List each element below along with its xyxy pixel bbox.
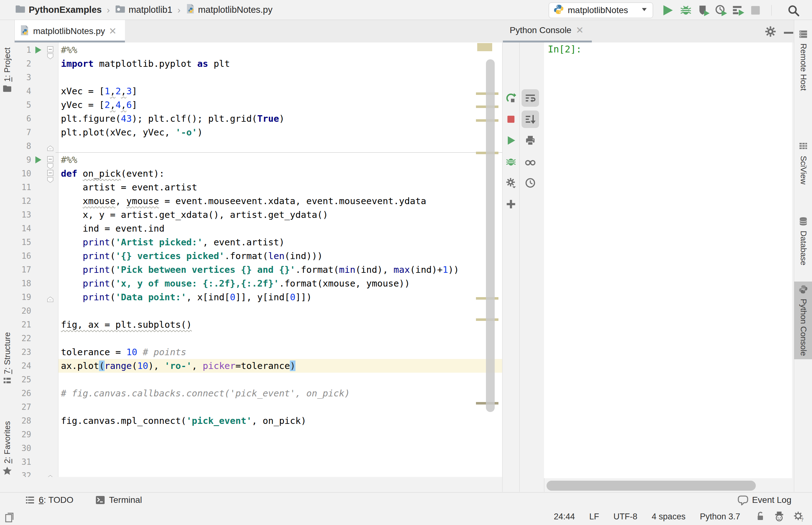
status-item[interactable]: Python 3.7 xyxy=(700,512,740,522)
code-line-10[interactable]: 10def on_pick(event): xyxy=(14,167,502,180)
show-variables-button[interactable] xyxy=(521,153,539,170)
soft-wrap-toggle[interactable] xyxy=(521,89,539,107)
status-item[interactable]: UTF-8 xyxy=(614,512,637,522)
stripe-label: SciView xyxy=(799,156,808,184)
code-line-20[interactable]: 20 xyxy=(14,304,502,318)
inspection-profile-icon[interactable] xyxy=(774,511,784,523)
code-line-19[interactable]: 19 print('Data point:', x[ind[0]], y[ind… xyxy=(14,290,502,304)
toolwindow-toggle-icon[interactable] xyxy=(4,512,15,524)
editor-tab-label: matplotlibNotes.py xyxy=(33,26,105,36)
gear-question-icon[interactable]: ? xyxy=(793,511,804,523)
event-log-button[interactable]: Event Log xyxy=(738,492,792,508)
console-settings-gear-icon[interactable] xyxy=(765,26,777,39)
toolwindow-button-sciview[interactable]: SciView xyxy=(794,139,812,188)
code-line-9[interactable]: 9#%% xyxy=(14,153,502,167)
toolwindow-button-database[interactable]: Database xyxy=(794,213,812,268)
code-line-32[interactable]: 32 xyxy=(14,469,502,477)
code-line-13[interactable]: 13 x, y = artist.get_xdata(), artist.get… xyxy=(14,208,502,222)
console-horizontal-scrollbar[interactable] xyxy=(547,481,756,491)
execute-button[interactable] xyxy=(502,132,520,149)
toolwindow-button-project[interactable]: 1: Project xyxy=(0,44,14,98)
code-line-17[interactable]: 17 print('Pick between vertices {} and {… xyxy=(14,263,502,276)
code-line-2[interactable]: 2import matplotlib.pyplot as plt xyxy=(14,57,502,71)
code-line-14[interactable]: 14 ind = event.ind xyxy=(14,222,502,235)
code-line-26[interactable]: 26# fig.canvas.callbacks.connect('pick_e… xyxy=(14,386,502,400)
code-line-8[interactable]: 8 xyxy=(14,139,502,153)
code-line-28[interactable]: 28fig.canvas.mpl_connect('pick_event', o… xyxy=(14,414,502,427)
breadcrumb-item[interactable]: matplotlib1 xyxy=(115,4,173,16)
event-log-label: Event Log xyxy=(752,495,792,505)
code-line-29[interactable]: 29 xyxy=(14,427,502,441)
code-line-18[interactable]: 18 print('x, y of mouse: {:.2f},{:.2f}'.… xyxy=(14,276,502,290)
code-line-16[interactable]: 16 print('{} vertices picked'.format(len… xyxy=(14,249,502,263)
console-tab-close-icon[interactable]: ✕ xyxy=(576,26,584,35)
code-line-23[interactable]: 23tolerance = 10 # points xyxy=(14,345,502,359)
code-line-4[interactable]: 4xVec = [1,2,3] xyxy=(14,84,502,98)
scroll-to-end-toggle[interactable] xyxy=(521,110,539,128)
line-number: 15 xyxy=(14,235,31,249)
code-line-27[interactable]: 27 xyxy=(14,400,502,414)
line-number: 21 xyxy=(14,318,31,331)
database-icon xyxy=(799,216,808,228)
code-text: ax.plot(range(10), 'ro-', picker=toleran… xyxy=(61,359,295,373)
status-item[interactable]: 4 spaces xyxy=(652,512,685,522)
code-line-31[interactable]: 31 xyxy=(14,455,502,469)
console-tab[interactable]: Python Console ✕ xyxy=(510,20,584,41)
code-line-30[interactable]: 30 xyxy=(14,441,502,455)
print-button[interactable] xyxy=(521,132,539,149)
breadcrumb-item[interactable]: PythonExamples xyxy=(15,4,102,16)
profiler-button[interactable] xyxy=(714,4,727,17)
fold-region-end-icon[interactable] xyxy=(47,472,54,477)
python-file-icon xyxy=(19,25,29,38)
breadcrumb: PythonExamples›matplotlib1›matplotlibNot… xyxy=(15,0,272,20)
code-text: plt.plot(xVec, yVec, '-o') xyxy=(61,125,203,139)
remote-host-icon xyxy=(799,29,808,41)
console-output-area[interactable] xyxy=(544,43,792,478)
line-number: 5 xyxy=(14,98,31,112)
debug-button[interactable] xyxy=(680,4,692,17)
new-console-button[interactable] xyxy=(502,195,520,213)
run-button[interactable] xyxy=(662,4,674,17)
code-line-3[interactable]: 3 xyxy=(14,71,502,84)
concurrency-diagram-button[interactable] xyxy=(732,4,744,17)
toolwindow-button-favorites[interactable]: 2: Favorites xyxy=(0,418,14,481)
python-file-icon xyxy=(186,3,195,16)
terminal-toolwindow-button[interactable]: Terminal xyxy=(95,495,142,505)
toolwindow-button-python-console[interactable]: Python Console xyxy=(794,282,812,359)
run-with-coverage-button[interactable] xyxy=(697,4,710,17)
rerun-console-button[interactable] xyxy=(502,89,520,107)
todo-toolwindow-button[interactable]: 6: TODO xyxy=(25,495,73,505)
toolwindow-button-structure[interactable]: 7: Structure xyxy=(0,329,14,390)
code-line-25[interactable]: 25 xyxy=(14,373,502,386)
code-line-22[interactable]: 22 xyxy=(14,331,502,345)
line-number: 13 xyxy=(14,208,31,222)
code-line-5[interactable]: 5yVec = [2,4,6] xyxy=(14,98,502,112)
search-everywhere-icon[interactable] xyxy=(787,4,799,17)
status-item[interactable]: LF xyxy=(589,512,599,522)
code-line-11[interactable]: 11 artist = event.artist xyxy=(14,180,502,194)
console-settings-button[interactable] xyxy=(502,174,520,192)
code-line-21[interactable]: 21fig, ax = plt.subplots() xyxy=(14,318,502,331)
inspection-indicator[interactable] xyxy=(477,43,492,51)
run-configuration-select[interactable]: matplotlibNotes xyxy=(549,2,653,18)
toolwindow-button-remote-host[interactable]: Remote Host xyxy=(794,26,812,94)
editor-vertical-scrollbar[interactable] xyxy=(486,59,495,412)
hide-console-icon[interactable] xyxy=(783,30,794,35)
line-number: 29 xyxy=(14,427,31,441)
code-line-24[interactable]: 24ax.plot(range(10), 'ro-', picker=toler… xyxy=(14,359,502,373)
breadcrumb-item[interactable]: matplotlibNotes.py xyxy=(186,3,272,16)
editor-tab[interactable]: matplotlibNotes.py ✕ xyxy=(14,20,125,43)
code-line-1[interactable]: 1#%% xyxy=(14,43,502,57)
code-line-7[interactable]: 7plt.plot(xVec, yVec, '-o') xyxy=(14,125,502,139)
line-number: 19 xyxy=(14,290,31,304)
editor-tab-close-icon[interactable]: ✕ xyxy=(109,27,117,36)
attach-debugger-button[interactable] xyxy=(502,153,520,170)
code-editor[interactable]: 1#%%2import matplotlib.pyplot as plt34xV… xyxy=(14,43,502,492)
code-line-12[interactable]: 12 xmouse, ymouse = event.mouseevent.xda… xyxy=(14,194,502,208)
stop-console-button[interactable] xyxy=(502,110,520,128)
status-item[interactable]: 24:44 xyxy=(554,512,575,522)
code-line-15[interactable]: 15 print('Artist picked:', event.artist) xyxy=(14,235,502,249)
lock-open-icon[interactable] xyxy=(755,511,765,523)
code-line-6[interactable]: 6plt.figure(43); plt.clf(); plt.grid(Tru… xyxy=(14,112,502,125)
history-button[interactable] xyxy=(521,174,539,192)
